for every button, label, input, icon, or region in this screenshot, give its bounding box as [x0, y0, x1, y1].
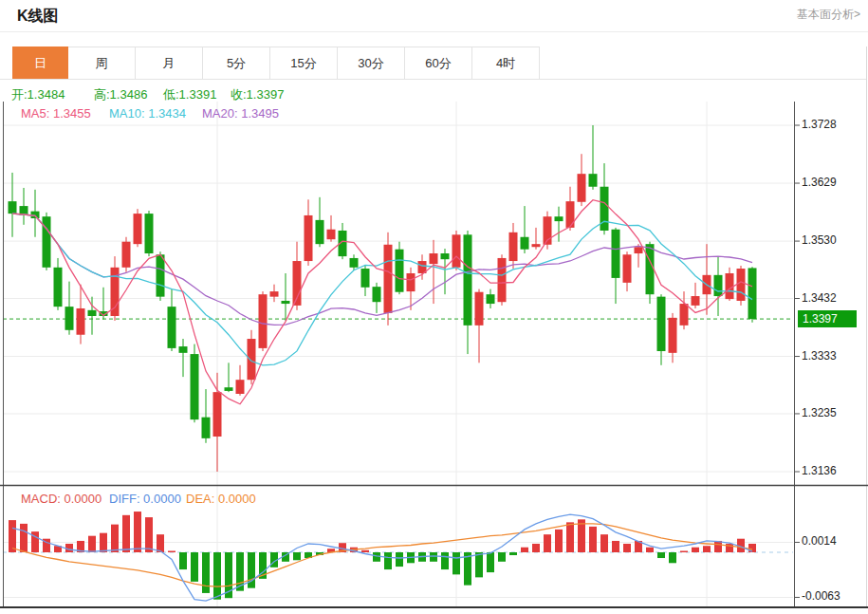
ohlc-low: 低:1.3391: [163, 86, 216, 103]
tab-30min[interactable]: 30分: [338, 47, 405, 79]
price-axis-label: 1.3728: [802, 118, 837, 131]
price-axis-label: 1.3136: [802, 464, 837, 477]
ma-ma10: MA10: 1.3434: [109, 106, 186, 121]
tab-month[interactable]: 月: [136, 47, 203, 79]
fundamental-analysis-link[interactable]: 基本面分析>: [797, 7, 860, 23]
price-axis-label: 1.3432: [802, 291, 837, 305]
ohlc-row: 开:1.3484高:1.3486低:1.3391收:1.3397: [0, 86, 787, 103]
tab-15min[interactable]: 15分: [270, 47, 338, 79]
ma-ma20: MA20: 1.3495: [202, 106, 279, 121]
price-axis-label: 1.3530: [802, 233, 837, 247]
tab-day[interactable]: 日: [12, 47, 68, 79]
macd-axis-label: 0.0014: [802, 534, 837, 548]
ma-row: MA5: 1.3455MA10: 1.3434MA20: 1.3495: [0, 106, 787, 123]
macd-dea: DEA: 0.0000: [186, 492, 256, 506]
ohlc-high: 高:1.3486: [94, 86, 147, 103]
macd-indicator-row: MACD: 0.0000DIFF: 0.0000DEA: 0.0000: [0, 492, 787, 509]
page-title: K线图: [17, 7, 59, 27]
macd-diff: DIFF: 0.0000: [109, 492, 181, 506]
tab-5min[interactable]: 5分: [203, 47, 270, 79]
price-axis-label: 1.3629: [802, 176, 837, 189]
current-price-badge: 1.3397: [798, 310, 857, 327]
ma-ma5: MA5: 1.3455: [21, 106, 91, 121]
ohlc-open: 开:1.3484: [11, 86, 65, 103]
macd-axis-label: -0.0063: [802, 589, 840, 603]
ohlc-close: 收:1.3397: [231, 86, 284, 103]
tab-60min[interactable]: 60分: [405, 47, 472, 79]
kline-page: K线图 基本面分析> 日周月5分15分30分60分4时 开:1.3484高:1.…: [0, 0, 868, 614]
price-axis-label: 1.3333: [802, 349, 837, 363]
macd-macd: MACD: 0.0000: [21, 492, 102, 506]
tab-week[interactable]: 周: [68, 47, 136, 79]
price-axis-label: 1.3235: [802, 406, 837, 419]
tab-4hour[interactable]: 4时: [472, 47, 540, 79]
period-tabbar: 日周月5分15分30分60分4时: [12, 47, 540, 79]
